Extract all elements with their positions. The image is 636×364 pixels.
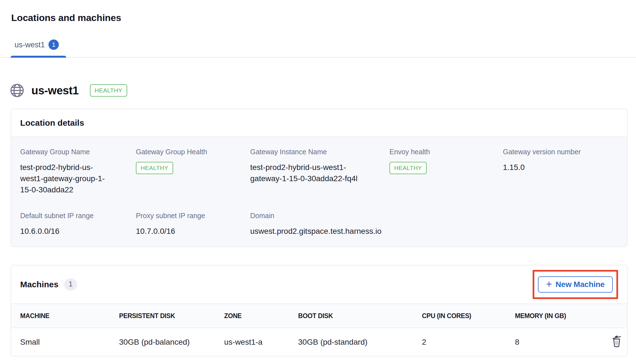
new-machine-label: New Machine (556, 280, 605, 289)
cell-zone: us-west1-a (224, 328, 298, 356)
field-value: 10.7.0.0/16 (136, 226, 250, 237)
field-gateway-group-health: Gateway Group Health HEALTHY (136, 147, 250, 195)
machines-card: Machines 1 + New Machine MACHINE PERSIST… (11, 265, 628, 356)
location-header: us-west1 HEALTHY (11, 83, 628, 98)
field-label: Proxy subnet IP range (136, 211, 250, 220)
machines-table-header-row: MACHINE PERSISTENT DISK ZONE BOOT DISK C… (11, 304, 627, 328)
col-machine: MACHINE (11, 304, 119, 328)
field-gateway-group-name: Gateway Group Name test-prod2-hybrid-us-… (20, 147, 136, 195)
location-details-card: Location details Gateway Group Name test… (11, 109, 628, 247)
location-details-header: Location details (11, 109, 627, 137)
page-title: Locations and machines (11, 12, 628, 23)
cell-machine: Small (11, 328, 119, 356)
health-badge: HEALTHY (136, 162, 173, 174)
location-tabs: us-west1 1 (0, 39, 636, 58)
col-actions (611, 304, 627, 328)
machines-count-badge: 1 (64, 278, 77, 290)
plus-icon: + (546, 279, 552, 289)
details-row-2: Default subnet IP range 10.6.0.0/16 Prox… (20, 211, 618, 237)
field-label: Domain (250, 211, 389, 220)
machines-header: Machines 1 + New Machine (11, 265, 627, 304)
field-label: Gateway version number (503, 147, 618, 156)
tab-label: us-west1 (15, 40, 45, 50)
field-envoy-health: Envoy health HEALTHY (389, 147, 503, 195)
tab-us-west1[interactable]: us-west1 1 (11, 39, 66, 57)
location-details-title: Location details (20, 118, 84, 128)
health-badge: HEALTHY (389, 162, 427, 174)
table-row: Small 30GB (pd-balanced) us-west1-a 30GB… (11, 328, 627, 356)
machines-table: MACHINE PERSISTENT DISK ZONE BOOT DISK C… (11, 304, 627, 356)
field-label: Gateway Group Name (20, 147, 136, 156)
field-label: Envoy health (389, 147, 503, 156)
field-label: Default subnet IP range (20, 211, 136, 220)
locations-page: Locations and machines us-west1 1 us-wes… (0, 0, 636, 356)
tab-count-badge: 1 (48, 39, 59, 50)
delete-machine-button[interactable] (611, 335, 621, 347)
annotation-highlight-box: + New Machine (533, 270, 618, 299)
field-value: uswest.prod2.gitspace.test.harness.io (250, 226, 389, 237)
cell-boot-disk: 30GB (pd-standard) (298, 328, 422, 356)
new-machine-button[interactable]: + New Machine (538, 276, 613, 293)
col-cpu: CPU (IN CORES) (422, 304, 515, 328)
col-zone: ZONE (224, 304, 298, 328)
field-domain: Domain uswest.prod2.gitspace.test.harnes… (250, 211, 389, 237)
cell-memory: 8 (515, 328, 611, 356)
globe-icon (10, 83, 25, 98)
field-label: Gateway Instance Name (250, 147, 389, 156)
field-gateway-instance-name: Gateway Instance Name test-prod2-hybrid-… (250, 147, 389, 195)
machines-title-wrap: Machines 1 (20, 278, 77, 290)
machines-title: Machines (20, 280, 59, 289)
field-value: test-prod2-hybrid-us-west1-gateway-1-15-… (250, 162, 389, 184)
col-boot-disk: BOOT DISK (298, 304, 422, 328)
cell-persistent-disk: 30GB (pd-balanced) (119, 328, 224, 356)
field-value: 10.6.0.0/16 (20, 226, 136, 237)
location-details-body: Gateway Group Name test-prod2-hybrid-us-… (11, 137, 627, 246)
col-memory: MEMORY (IN GB) (515, 304, 611, 328)
field-value: 1.15.0 (503, 162, 618, 173)
field-gateway-version: Gateway version number 1.15.0 (503, 147, 618, 195)
field-label: Gateway Group Health (136, 147, 250, 156)
location-name: us-west1 (31, 84, 79, 97)
location-status-badge: HEALTHY (90, 84, 127, 97)
field-proxy-subnet: Proxy subnet IP range 10.7.0.0/16 (136, 211, 250, 237)
cell-actions (611, 328, 627, 356)
col-persistent-disk: PERSISTENT DISK (119, 304, 224, 328)
trash-icon (611, 335, 621, 347)
details-row-1: Gateway Group Name test-prod2-hybrid-us-… (20, 147, 618, 195)
field-value: test-prod2-hybrid-us-west1-gateway-group… (20, 162, 136, 195)
field-default-subnet: Default subnet IP range 10.6.0.0/16 (20, 211, 136, 237)
cell-cpu: 2 (422, 328, 515, 356)
